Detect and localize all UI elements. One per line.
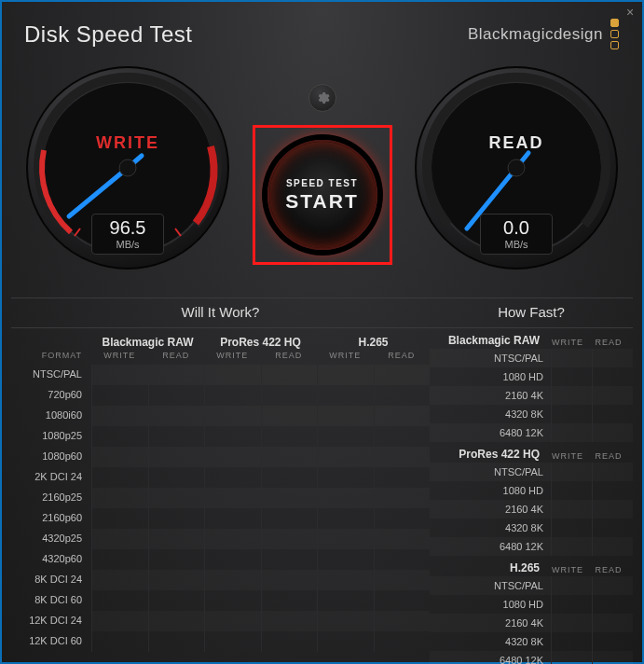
result-cell [317,365,374,385]
result-cell [148,467,205,488]
result-cell [148,590,205,611]
write-speed-cell [551,463,592,481]
result-cell [204,570,261,590]
results-tables: Will It Work? Blackmagic RAW ProRes 422 … [2,297,642,664]
write-speed-cell [551,519,592,537]
format-label: 2160 4K [430,504,551,515]
result-cell [204,631,261,652]
result-cell-pair [204,406,317,426]
result-cell-pair [204,508,317,529]
write-speed-cell [551,614,592,632]
result-cell [148,508,205,529]
result-cell-pair [204,426,317,447]
app-window: × Disk Speed Test Blackmagicdesign [0,0,644,664]
read-speed-cell [592,595,633,614]
read-speed-cell [592,463,633,481]
result-cell [91,467,148,488]
close-icon[interactable]: × [623,6,637,19]
format-label: 8K DCI 24 [11,570,91,590]
codec-subheader: WRITEREAD [317,351,430,365]
titlebar: Disk Speed Test Blackmagicdesign [2,2,642,57]
settings-button[interactable] [308,84,336,112]
write-speed-cell [551,651,592,664]
result-cell [261,385,318,406]
result-cell [204,426,261,447]
read-speed-cell [592,386,633,405]
result-cell [374,447,431,467]
speed-row: NTSC/PAL [430,349,633,367]
result-cell [261,631,318,652]
format-label: 4320 8K [430,408,551,420]
result-cell-pair [91,467,204,488]
how-fast-panel: How Fast? Blackmagic RAWWRITEREADNTSC/PA… [430,297,633,664]
codec-header: ProRes 422 HQ [204,328,317,351]
will-it-work-title: Will It Work? [11,297,430,327]
result-cell [317,631,374,652]
result-cell-pair [91,488,204,508]
start-button[interactable]: SPEED TEST START [267,140,377,250]
codec-header: Blackmagic RAW [91,328,204,351]
result-cell-pair [204,570,317,590]
result-cell [91,447,148,467]
gauges-row: WRITE 96.5 MB/s SPEED TEST START [2,57,642,297]
read-subheader: READ [588,338,629,347]
read-speed-cell [592,405,633,423]
how-fast-title: How Fast? [430,297,633,327]
result-cell [261,570,318,590]
result-cell [148,406,205,426]
result-cell [91,631,148,652]
format-label: NTSC/PAL [11,365,91,385]
read-speed-cell [592,423,633,442]
write-speed-cell [551,576,592,595]
write-label: WRITE [22,133,233,153]
speed-row: 4320 8K [430,632,633,651]
read-speed-cell [592,651,633,664]
result-cell-pair [317,590,430,611]
read-label: READ [411,133,622,153]
result-cell [374,365,431,385]
will-it-work-table: Blackmagic RAW ProRes 422 HQ H.265 FORMA… [11,328,430,652]
result-cell-pair [204,549,317,570]
result-cell [261,508,318,529]
format-label: 720p60 [11,385,91,406]
write-speed-cell [551,595,592,614]
result-cell [317,406,374,426]
result-cell [148,549,205,570]
center-controls: SPEED TEST START [253,84,392,265]
start-main-label: START [285,190,358,213]
codec-section-header: ProRes 422 HQWRITEREAD [430,442,633,463]
result-cell-pair [317,426,430,447]
result-cell-pair [317,385,430,406]
result-cell [91,529,148,549]
read-speed-unit: MB/s [481,239,552,250]
speed-row: NTSC/PAL [430,576,633,595]
result-cell-pair [317,467,430,488]
format-label: 4320p60 [11,549,91,570]
result-cell [148,365,205,385]
result-cell-pair [91,447,204,467]
format-label: NTSC/PAL [430,466,551,477]
format-label: 6480 12K [430,427,551,438]
result-cell-pair [91,631,204,652]
format-label: 8K DCI 60 [11,590,91,611]
result-cell [374,611,431,631]
result-cell [204,508,261,529]
result-cell [317,447,374,467]
result-cell [148,385,205,406]
result-cell [91,406,148,426]
read-speed-cell [592,537,633,556]
result-cell [261,611,318,631]
will-it-work-panel: Will It Work? Blackmagic RAW ProRes 422 … [11,297,430,664]
result-cell [91,426,148,447]
result-cell [261,549,318,570]
result-cell-pair [91,385,204,406]
speed-row: NTSC/PAL [430,463,633,481]
result-cell [317,426,374,447]
result-cell [148,529,205,549]
result-cell-pair [317,365,430,385]
format-label: 6480 12K [430,541,551,552]
result-cell [204,611,261,631]
read-speed-value: 0.0 [481,218,552,237]
read-speed-cell [592,500,633,519]
format-label: 1080p60 [11,447,91,467]
